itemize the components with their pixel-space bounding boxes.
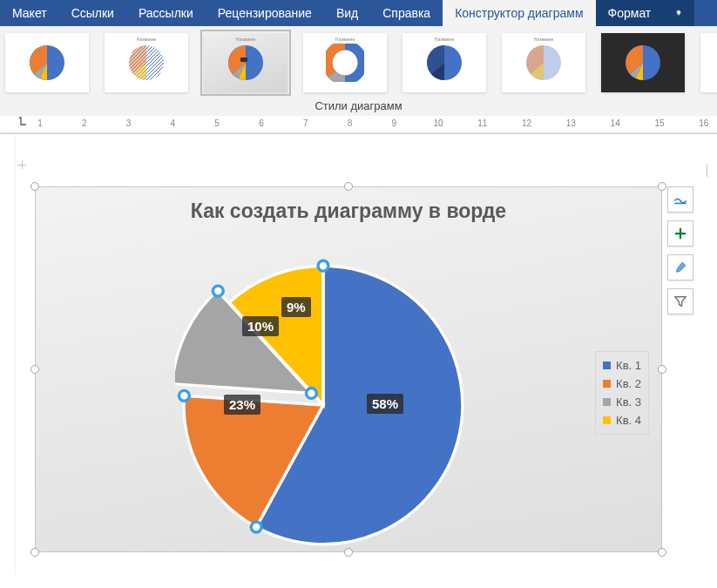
layout-options-button[interactable] bbox=[667, 186, 693, 213]
style-thumb-2[interactable]: Название bbox=[105, 33, 188, 92]
resize-handle-r[interactable] bbox=[658, 365, 666, 374]
resize-handle-br[interactable] bbox=[658, 548, 666, 557]
lightbulb-icon bbox=[675, 5, 682, 21]
filter-icon bbox=[673, 294, 688, 309]
legend-label: Кв. 3 bbox=[616, 395, 641, 409]
pie-handle[interactable] bbox=[213, 286, 223, 296]
pie-handle[interactable] bbox=[251, 522, 261, 532]
legend-label: Кв. 2 bbox=[616, 377, 641, 390]
tab-mailings[interactable]: Рассылки bbox=[126, 0, 206, 26]
tab-review[interactable]: Рецензирование bbox=[206, 0, 324, 26]
svg-rect-3 bbox=[240, 57, 247, 62]
legend-swatch bbox=[603, 380, 611, 388]
plus-icon bbox=[673, 226, 688, 241]
resize-handle-l[interactable] bbox=[30, 365, 39, 374]
tab-view[interactable]: Вид bbox=[324, 0, 370, 26]
gallery-label: Стили диаграмм bbox=[0, 96, 717, 116]
chart-side-buttons bbox=[667, 186, 693, 314]
chart-elements-button[interactable] bbox=[667, 220, 693, 247]
brush-icon bbox=[673, 260, 688, 275]
chart-legend[interactable]: Кв. 1 Кв. 2 Кв. 3 Кв. 4 bbox=[595, 351, 649, 435]
tab-chart-design[interactable]: Конструктор диаграмм bbox=[443, 0, 595, 26]
tab-help[interactable]: Справка bbox=[370, 0, 443, 26]
data-label-q4[interactable]: 9% bbox=[281, 297, 311, 317]
ruler-scale: 1 2 3 4 5 6 7 8 9 10 11 12 13 14 15 16 bbox=[19, 118, 717, 128]
legend-label: Кв. 4 bbox=[616, 414, 641, 427]
chart-styles-button[interactable] bbox=[667, 254, 693, 280]
tab-layout[interactable]: Макет bbox=[0, 0, 59, 26]
style-thumb-4[interactable]: Название bbox=[303, 33, 387, 92]
pie-handle[interactable] bbox=[306, 388, 316, 398]
style-thumb-3[interactable]: Название bbox=[204, 33, 287, 92]
chart-title[interactable]: Как создать диаграмму в ворде bbox=[36, 187, 661, 232]
data-label-q3[interactable]: 10% bbox=[242, 316, 279, 336]
chart-styles-panel: Название Название bbox=[0, 26, 717, 134]
resize-handle-bl[interactable] bbox=[30, 548, 39, 557]
page-edge-right-marker bbox=[707, 165, 707, 177]
style-thumb-5[interactable]: Название bbox=[402, 33, 486, 92]
pie-handle[interactable] bbox=[179, 390, 189, 401]
resize-handle-t[interactable] bbox=[344, 182, 353, 191]
legend-swatch bbox=[603, 398, 611, 406]
legend-label: Кв. 1 bbox=[616, 359, 641, 372]
tell-me-button[interactable] bbox=[663, 0, 694, 26]
legend-swatch bbox=[603, 416, 611, 424]
legend-item-q2[interactable]: Кв. 2 bbox=[603, 375, 641, 393]
pie-handle[interactable] bbox=[318, 260, 328, 271]
legend-item-q3[interactable]: Кв. 3 bbox=[603, 393, 641, 411]
data-label-q1[interactable]: 58% bbox=[367, 394, 403, 414]
style-thumb-6[interactable]: Название bbox=[502, 33, 585, 92]
resize-handle-tr[interactable] bbox=[658, 182, 666, 191]
data-label-q2[interactable]: 23% bbox=[224, 395, 260, 415]
legend-item-q1[interactable]: Кв. 1 bbox=[603, 356, 641, 375]
style-thumb-8[interactable]: Название bbox=[700, 33, 717, 92]
horizontal-ruler[interactable]: 1 2 3 4 5 6 7 8 9 10 11 12 13 14 15 16 bbox=[0, 116, 717, 133]
legend-item-q4[interactable]: Кв. 4 bbox=[603, 411, 641, 429]
chart-styles-gallery: Название Название bbox=[0, 31, 717, 96]
layout-options-icon bbox=[673, 192, 688, 207]
legend-swatch bbox=[603, 362, 611, 369]
chart-object[interactable]: Как создать диаграмму в ворде 58% 23% 10… bbox=[35, 186, 662, 552]
style-thumb-1[interactable] bbox=[5, 33, 89, 92]
document-area: Как создать диаграмму в ворде 58% 23% 10… bbox=[0, 134, 717, 574]
vertical-ruler[interactable] bbox=[0, 134, 16, 574]
style-thumb-7[interactable] bbox=[601, 33, 685, 92]
tab-links[interactable]: Ссылки bbox=[59, 0, 126, 26]
ribbon-tabs: Макет Ссылки Рассылки Рецензирование Вид… bbox=[0, 0, 717, 26]
tab-format[interactable]: Формат bbox=[596, 0, 664, 26]
chart-filters-button[interactable] bbox=[667, 288, 693, 314]
resize-handle-tl[interactable] bbox=[30, 182, 39, 191]
pie-chart[interactable] bbox=[175, 257, 471, 553]
